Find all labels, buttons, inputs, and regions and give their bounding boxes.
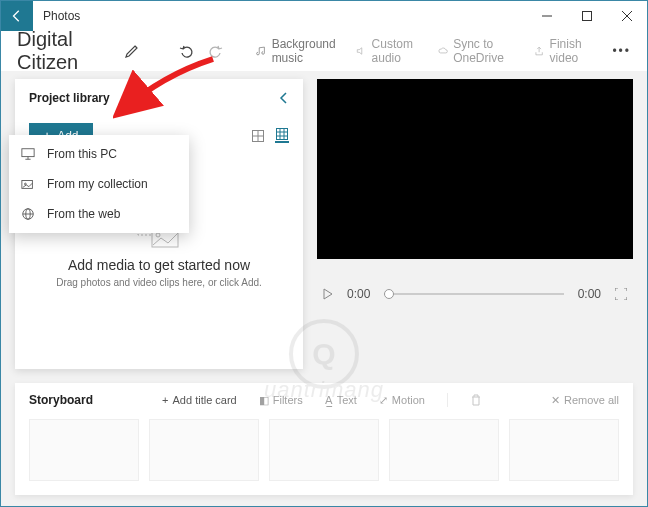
- minimize-icon: [542, 11, 552, 21]
- storyboard-slot[interactable]: [149, 419, 259, 481]
- storyboard-slot[interactable]: [29, 419, 139, 481]
- view-grid-button[interactable]: [275, 129, 289, 143]
- motion-icon: ⤢: [379, 394, 388, 407]
- from-pc-label: From this PC: [47, 147, 117, 161]
- finish-label: Finish video: [550, 37, 597, 65]
- sync-button[interactable]: Sync to OneDrive: [438, 37, 523, 65]
- background-music-button[interactable]: Background music: [256, 37, 344, 65]
- maximize-button[interactable]: [567, 1, 607, 31]
- grid-large-icon: [252, 130, 264, 142]
- fullscreen-icon: [615, 288, 627, 300]
- current-time: 0:00: [347, 287, 370, 301]
- globe-icon: [21, 207, 37, 221]
- motion-label: Motion: [392, 394, 425, 406]
- storyboard-slot[interactable]: [269, 419, 379, 481]
- finish-video-button[interactable]: Finish video: [534, 37, 596, 65]
- filters-button[interactable]: ◧ Filters: [259, 394, 303, 407]
- window-controls: [527, 1, 647, 31]
- fullscreen-button[interactable]: [615, 288, 627, 300]
- pencil-icon: [124, 43, 140, 59]
- from-web-label: From the web: [47, 207, 120, 221]
- close-button[interactable]: [607, 1, 647, 31]
- monitor-icon: [21, 147, 37, 161]
- svg-rect-10: [22, 149, 34, 157]
- library-title: Project library: [29, 91, 110, 105]
- collapse-button[interactable]: [279, 91, 289, 105]
- dropdown-from-collection[interactable]: From my collection: [9, 169, 189, 199]
- rename-button[interactable]: [124, 43, 140, 59]
- delete-button[interactable]: [470, 394, 482, 406]
- export-icon: [534, 44, 544, 58]
- bgmusic-label: Background music: [272, 37, 345, 65]
- maximize-icon: [582, 11, 592, 21]
- minimize-button[interactable]: [527, 1, 567, 31]
- filters-label: Filters: [273, 394, 303, 406]
- app-title: Photos: [43, 9, 80, 23]
- text-icon: A̲: [325, 394, 333, 407]
- dropdown-from-web[interactable]: From the web: [9, 199, 189, 229]
- more-button[interactable]: •••: [612, 44, 631, 58]
- main-area: Project library + Add: [1, 71, 647, 369]
- back-button[interactable]: [1, 1, 33, 31]
- arrow-left-icon: [10, 9, 24, 23]
- play-button[interactable]: [323, 288, 333, 300]
- motion-button[interactable]: ⤢ Motion: [379, 394, 425, 407]
- trash-icon: [470, 394, 482, 406]
- filters-icon: ◧: [259, 394, 269, 407]
- x-icon: ✕: [551, 394, 560, 407]
- video-preview[interactable]: [317, 79, 633, 259]
- grid-small-icon: [276, 128, 288, 140]
- total-time: 0:00: [578, 287, 601, 301]
- custom-audio-button[interactable]: Custom audio: [356, 37, 426, 65]
- add-title-card-label: Add title card: [173, 394, 237, 406]
- preview-area: 0:00 0:00: [317, 79, 633, 369]
- svg-rect-5: [277, 129, 288, 140]
- storyboard-panel: Storyboard + Add title card ◧ Filters A̲…: [15, 383, 633, 495]
- chevron-left-icon: [279, 91, 289, 105]
- remove-all-button[interactable]: ✕ Remove all: [551, 394, 619, 407]
- svg-rect-1: [583, 12, 592, 21]
- undo-icon: [179, 43, 195, 59]
- toolbar: Digital Citizen Background music Custom …: [1, 31, 647, 71]
- close-icon: [622, 11, 632, 21]
- placeholder-title: Add media to get started now: [29, 257, 289, 273]
- text-label: Text: [337, 394, 357, 406]
- seek-bar[interactable]: [384, 293, 563, 295]
- custom-audio-label: Custom audio: [372, 37, 426, 65]
- storyboard-slot[interactable]: [509, 419, 619, 481]
- sync-label: Sync to OneDrive: [453, 37, 522, 65]
- seek-thumb[interactable]: [384, 289, 394, 299]
- redo-icon: [207, 43, 223, 59]
- play-icon: [323, 288, 333, 300]
- placeholder-subtitle: Drag photos and video clips here, or cli…: [29, 277, 289, 288]
- add-title-card-button[interactable]: + Add title card: [162, 394, 237, 406]
- storyboard-cards: [29, 419, 619, 481]
- cloud-icon: [438, 44, 448, 58]
- view-list-button[interactable]: [251, 129, 265, 143]
- undo-button[interactable]: [179, 43, 195, 59]
- from-collection-label: From my collection: [47, 177, 148, 191]
- divider: [447, 393, 448, 407]
- add-dropdown-menu: From this PC From my collection From the…: [9, 135, 189, 233]
- storyboard-title: Storyboard: [29, 393, 93, 407]
- project-name: Digital Citizen: [17, 28, 108, 74]
- text-button[interactable]: A̲ Text: [325, 394, 357, 407]
- title-bar: Photos: [1, 1, 647, 31]
- storyboard-slot[interactable]: [389, 419, 499, 481]
- audio-icon: [356, 44, 366, 58]
- project-library-panel: Project library + Add: [15, 79, 303, 369]
- player-controls: 0:00 0:00: [317, 287, 633, 301]
- redo-button[interactable]: [207, 43, 223, 59]
- plus-icon: +: [162, 394, 168, 406]
- music-icon: [256, 44, 266, 58]
- collection-icon: [21, 177, 37, 191]
- remove-all-label: Remove all: [564, 394, 619, 406]
- dropdown-from-pc[interactable]: From this PC: [9, 139, 189, 169]
